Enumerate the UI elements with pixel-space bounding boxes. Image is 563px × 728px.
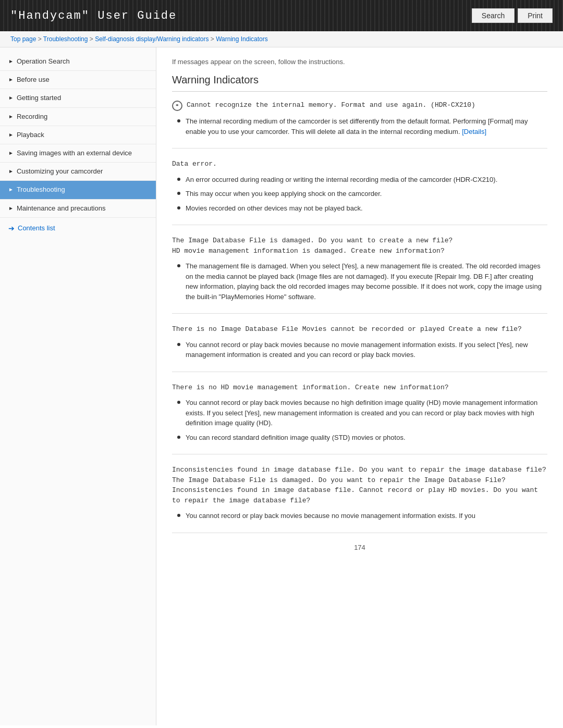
bullet-text: You cannot record or play back movies be… [186, 511, 475, 521]
bullet-text: The internal recording medium of the cam… [186, 116, 547, 137]
section-1-heading: ⚭ Cannot recognize the internal memory. … [172, 100, 547, 111]
sidebar-item-label: Recording [17, 112, 47, 121]
section-4-heading: There is no Image Database File Movies c… [172, 324, 547, 335]
chevron-right-icon: ► [8, 168, 14, 175]
sidebar: ► Operation Search ► Before use ► Gettin… [0, 47, 156, 725]
section-6-bullets: You cannot record or play back movies be… [172, 511, 547, 521]
contents-list-label: Contents list [18, 224, 55, 232]
chevron-right-icon: ► [8, 113, 14, 120]
chevron-right-icon: ► [8, 131, 14, 139]
sidebar-item-playback[interactable]: ► Playback [0, 126, 156, 144]
section-3-bullets: The management file is damaged. When you… [172, 261, 547, 302]
chevron-right-icon: ► [8, 94, 14, 102]
header: "Handycam" User Guide Search Print [0, 0, 563, 31]
bullet-text: An error occurred during reading or writ… [186, 175, 497, 185]
bullet-item: The internal recording medium of the cam… [177, 116, 547, 137]
breadcrumb-troubleshooting[interactable]: Troubleshooting [43, 35, 88, 43]
section-5-heading: There is no HD movie management informat… [172, 382, 547, 393]
bullet-item: You can record standard definition image… [177, 433, 547, 443]
section-6-heading: Inconsistencies found in image database … [172, 465, 547, 505]
chevron-right-icon: ► [8, 76, 14, 83]
section-3: The Image Database File is damaged. Do y… [172, 236, 547, 314]
bullet-item: You cannot record or play back movies be… [177, 340, 547, 360]
arrow-right-icon: ➔ [8, 224, 15, 232]
sidebar-item-label: Getting started [17, 93, 61, 103]
breadcrumb-self-diagnosis[interactable]: Self-diagnosis display/Warning indicator… [95, 35, 209, 43]
sidebar-item-label: Customizing your camcorder [17, 167, 103, 176]
section-4-bullets: You cannot record or play back movies be… [172, 340, 547, 360]
bullet-text: The management file is damaged. When you… [186, 261, 547, 302]
chevron-right-icon: ► [8, 150, 14, 157]
sidebar-item-label: Before use [17, 75, 50, 84]
sidebar-item-label: Maintenance and precautions [17, 204, 106, 213]
bullet-text: Movies recorded on other devices may not… [186, 203, 363, 214]
print-button[interactable]: Print [518, 8, 553, 23]
memory-icon: ⚭ [172, 101, 182, 111]
breadcrumb-warning-indicators[interactable]: Warning Indicators [216, 35, 268, 43]
sidebar-item-troubleshooting[interactable]: ► Troubleshooting [0, 181, 156, 199]
bullet-text: You cannot record or play back movies be… [186, 340, 547, 360]
section-5-bullets: You cannot record or play back movies be… [172, 398, 547, 442]
section-1-heading-text: Cannot recognize the internal memory. Fo… [187, 100, 475, 110]
details-link[interactable]: [Details] [462, 128, 486, 135]
sidebar-item-label: Playback [17, 130, 44, 140]
chevron-right-icon: ► [8, 58, 14, 65]
sidebar-item-label: Troubleshooting [17, 185, 65, 194]
section-1-bullets: The internal recording medium of the cam… [172, 116, 547, 137]
app-title: "Handycam" User Guide [10, 9, 177, 22]
chevron-right-icon: ► [8, 186, 14, 193]
page-intro: If messages appear on the screen, follow… [172, 58, 547, 66]
bullet-dot [177, 264, 180, 267]
page-title: Warning Indicators [172, 74, 547, 92]
breadcrumb-top[interactable]: Top page [10, 35, 36, 43]
sidebar-item-before-use[interactable]: ► Before use [0, 71, 156, 89]
bullet-text: You cannot record or play back movies be… [186, 398, 547, 428]
contents-list-link[interactable]: ➔ Contents list [0, 218, 156, 239]
search-button[interactable]: Search [472, 8, 515, 23]
sidebar-item-maintenance[interactable]: ► Maintenance and precautions [0, 200, 156, 218]
section-2-bullets: An error occurred during reading or writ… [172, 175, 547, 214]
section-2-heading: Data error. [172, 159, 547, 169]
content-area: If messages appear on the screen, follow… [156, 47, 563, 725]
bullet-item: This may occur when you keep applying sh… [177, 189, 547, 199]
page-number: 174 [172, 544, 547, 551]
sidebar-item-label: Operation Search [17, 57, 70, 66]
bullet-dot [177, 178, 180, 181]
section-4: There is no Image Database File Movies c… [172, 324, 547, 372]
bullet-dot [177, 206, 180, 209]
bullet-item: Movies recorded on other devices may not… [177, 203, 547, 214]
sidebar-item-label: Saving images with an external device [17, 149, 132, 158]
section-3-heading: The Image Database File is damaged. Do y… [172, 236, 547, 256]
main-layout: ► Operation Search ► Before use ► Gettin… [0, 47, 563, 725]
sidebar-item-recording[interactable]: ► Recording [0, 108, 156, 126]
bullet-item: You cannot record or play back movies be… [177, 398, 547, 428]
bullet-item: The management file is damaged. When you… [177, 261, 547, 302]
section-2: Data error. An error occurred during rea… [172, 159, 547, 225]
bullet-dot [177, 436, 180, 439]
bullet-item: You cannot record or play back movies be… [177, 511, 547, 521]
bullet-text: This may occur when you keep applying sh… [186, 189, 382, 199]
sidebar-item-getting-started[interactable]: ► Getting started [0, 89, 156, 107]
section-5: There is no HD movie management informat… [172, 382, 547, 455]
section-6: Inconsistencies found in image database … [172, 465, 547, 533]
bullet-dot [177, 401, 180, 404]
breadcrumb: Top page > Troubleshooting > Self-diagno… [0, 31, 563, 47]
sidebar-item-operation-search[interactable]: ► Operation Search [0, 53, 156, 71]
bullet-item: An error occurred during reading or writ… [177, 175, 547, 185]
bullet-dot [177, 192, 180, 195]
header-buttons: Search Print [472, 8, 553, 23]
bullet-dot [177, 343, 180, 346]
bullet-dot [177, 514, 180, 517]
sidebar-item-saving-images[interactable]: ► Saving images with an external device [0, 144, 156, 163]
section-1: ⚭ Cannot recognize the internal memory. … [172, 100, 547, 149]
chevron-right-icon: ► [8, 205, 14, 212]
bullet-dot [177, 119, 180, 122]
sidebar-item-customizing[interactable]: ► Customizing your camcorder [0, 163, 156, 181]
bullet-text: You can record standard definition image… [186, 433, 406, 443]
